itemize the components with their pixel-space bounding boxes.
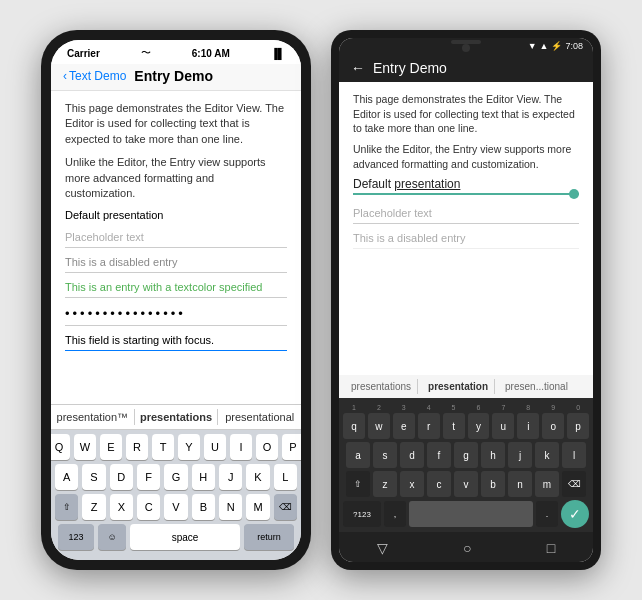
ios-key-v[interactable]: V xyxy=(164,494,187,520)
android-nav-bottom: ▽ ○ □ xyxy=(339,532,593,562)
ios-key-b[interactable]: B xyxy=(192,494,215,520)
android-key-x[interactable]: x xyxy=(400,471,424,497)
android-key-o[interactable]: o xyxy=(542,413,564,439)
ios-key-z[interactable]: Z xyxy=(82,494,105,520)
android-key-z[interactable]: z xyxy=(373,471,397,497)
android-key-p[interactable]: p xyxy=(567,413,589,439)
ios-key-d[interactable]: D xyxy=(110,464,133,490)
android-para2: Unlike the Editor, the Entry view suppor… xyxy=(353,142,579,171)
android-nav-home-icon[interactable]: ○ xyxy=(463,540,471,556)
android-keyboard: 1 2 3 4 5 6 7 8 9 0 q w e r t y xyxy=(339,398,593,532)
android-key-u[interactable]: u xyxy=(492,413,514,439)
ios-content: This page demonstrates the Editor View. … xyxy=(51,91,301,404)
ios-key-123[interactable]: 123 xyxy=(58,524,94,550)
ios-key-space[interactable]: space xyxy=(130,524,240,550)
android-key-v[interactable]: v xyxy=(454,471,478,497)
ios-key-m[interactable]: M xyxy=(246,494,269,520)
android-para1: This page demonstrates the Editor View. … xyxy=(353,92,579,136)
android-key-y[interactable]: y xyxy=(468,413,490,439)
android-key-period[interactable]: . xyxy=(536,501,558,527)
android-key-w[interactable]: w xyxy=(368,413,390,439)
android-key-shift[interactable]: ⇧ xyxy=(346,471,370,497)
ios-key-x[interactable]: X xyxy=(110,494,133,520)
android-key-delete[interactable]: ⌫ xyxy=(562,471,586,497)
ios-key-shift[interactable]: ⇧ xyxy=(55,494,78,520)
ios-time: 6:10 AM xyxy=(192,48,230,59)
android-key-s[interactable]: s xyxy=(373,442,397,468)
ios-colored-input[interactable]: This is an entry with a textcolor specif… xyxy=(65,277,287,298)
ios-back-button[interactable]: ‹ Text Demo xyxy=(63,69,126,83)
ios-key-k[interactable]: K xyxy=(246,464,269,490)
android-placeholder-input[interactable]: Placeholder text xyxy=(353,203,579,224)
ios-autocomplete-bar: presentation™ presentations presentation… xyxy=(51,404,301,430)
ios-autocomplete-item-0[interactable]: presentation™ xyxy=(51,409,135,425)
ios-key-n[interactable]: N xyxy=(219,494,242,520)
ios-placeholder-input[interactable]: Placeholder text xyxy=(65,227,287,248)
android-key-e[interactable]: e xyxy=(393,413,415,439)
android-divider xyxy=(353,193,579,195)
ios-key-t[interactable]: T xyxy=(152,434,174,460)
android-key-123[interactable]: ?123 xyxy=(343,501,381,527)
ios-key-o[interactable]: O xyxy=(256,434,278,460)
android-divider-dot xyxy=(569,189,579,199)
ios-key-return[interactable]: return xyxy=(244,524,294,550)
ios-key-f[interactable]: F xyxy=(137,464,160,490)
ios-key-e[interactable]: E xyxy=(100,434,122,460)
android-key-d[interactable]: d xyxy=(400,442,424,468)
ios-password-input[interactable]: •••••••••••••••• xyxy=(65,302,287,326)
ios-screen: Carrier 〜 6:10 AM ▐▌ ‹ Text Demo Entry D… xyxy=(51,40,301,560)
android-key-space[interactable] xyxy=(409,501,533,527)
ios-key-a[interactable]: A xyxy=(55,464,78,490)
ios-key-emoji[interactable]: ☺ xyxy=(98,524,126,550)
ios-key-p[interactable]: P xyxy=(282,434,301,460)
android-key-r[interactable]: r xyxy=(418,413,440,439)
android-key-comma[interactable]: , xyxy=(384,501,406,527)
android-key-k[interactable]: k xyxy=(535,442,559,468)
android-key-h[interactable]: h xyxy=(481,442,505,468)
android-content: This page demonstrates the Editor View. … xyxy=(339,82,593,375)
ios-key-l[interactable]: L xyxy=(274,464,297,490)
ios-para2: Unlike the Editor, the Entry view suppor… xyxy=(65,155,287,201)
ios-disabled-input: This is a disabled entry xyxy=(65,252,287,273)
android-key-b[interactable]: b xyxy=(481,471,505,497)
ios-key-h[interactable]: H xyxy=(192,464,215,490)
android-key-i[interactable]: i xyxy=(517,413,539,439)
android-key-t[interactable]: t xyxy=(443,413,465,439)
ios-key-q[interactable]: Q xyxy=(51,434,70,460)
android-key-done[interactable]: ✓ xyxy=(561,500,589,528)
android-key-a[interactable]: a xyxy=(346,442,370,468)
ios-back-label: Text Demo xyxy=(69,69,126,83)
ios-autocomplete-item-1[interactable]: presentations xyxy=(135,409,219,425)
android-autocomplete-2[interactable]: presen...tional xyxy=(499,379,574,394)
android-keyboard-row-1: q w e r t y u i o p xyxy=(343,413,589,439)
android-key-l[interactable]: l xyxy=(562,442,586,468)
ios-key-s[interactable]: S xyxy=(82,464,105,490)
ios-key-i[interactable]: I xyxy=(230,434,252,460)
android-nav-recents-icon[interactable]: □ xyxy=(547,540,555,556)
android-autocomplete-0[interactable]: presentations xyxy=(345,379,418,394)
ios-key-delete[interactable]: ⌫ xyxy=(274,494,297,520)
ios-key-c[interactable]: C xyxy=(137,494,160,520)
ios-keyboard-row-1: Q W E R T Y U I O P xyxy=(55,434,297,460)
ios-key-w[interactable]: W xyxy=(74,434,96,460)
android-key-n[interactable]: n xyxy=(508,471,532,497)
ios-key-j[interactable]: J xyxy=(219,464,242,490)
android-keyboard-row-2: a s d f g h j k l xyxy=(343,442,589,468)
ios-key-r[interactable]: R xyxy=(126,434,148,460)
ios-key-g[interactable]: G xyxy=(164,464,187,490)
ios-keyboard-row-3: ⇧ Z X C V B N M ⌫ xyxy=(55,494,297,520)
ios-autocomplete-item-2[interactable]: presentational xyxy=(218,409,301,425)
android-back-button[interactable]: ← xyxy=(351,60,365,76)
ios-focus-input[interactable]: This field is starting with focus. xyxy=(65,330,287,351)
android-key-q[interactable]: q xyxy=(343,413,365,439)
android-autocomplete-1[interactable]: presentation xyxy=(422,379,495,394)
android-key-g[interactable]: g xyxy=(454,442,478,468)
android-key-c[interactable]: c xyxy=(427,471,451,497)
android-key-f[interactable]: f xyxy=(427,442,451,468)
ios-key-u[interactable]: U xyxy=(204,434,226,460)
android-keyboard-row-3: ⇧ z x c v b n m ⌫ xyxy=(343,471,589,497)
android-key-j[interactable]: j xyxy=(508,442,532,468)
ios-key-y[interactable]: Y xyxy=(178,434,200,460)
android-nav-back-icon[interactable]: ▽ xyxy=(377,540,388,556)
android-key-m[interactable]: m xyxy=(535,471,559,497)
